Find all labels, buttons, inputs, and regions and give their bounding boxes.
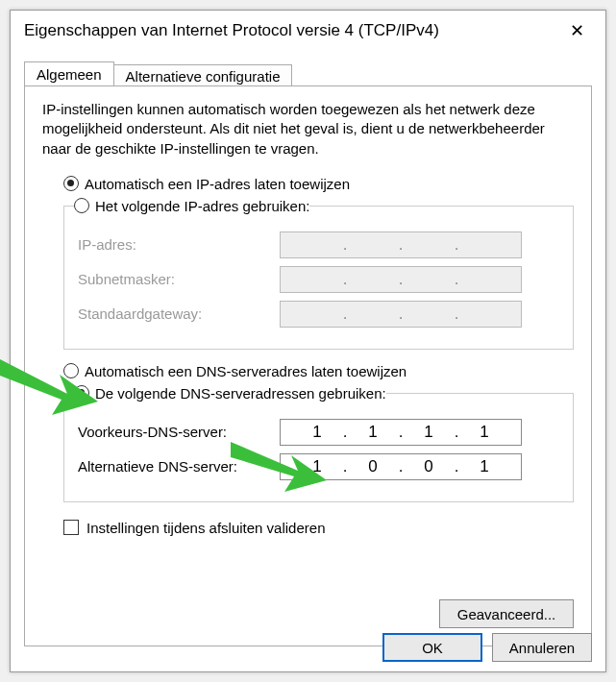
gateway-input: . . .	[280, 301, 522, 328]
field-label: Voorkeurs-DNS-server:	[78, 424, 280, 440]
radio-label: Het volgende IP-adres gebruiken:	[95, 198, 309, 214]
radio-label: De volgende DNS-serveradressen gebruiken…	[95, 385, 386, 402]
tab-panel-general: IP-instellingen kunnen automatisch worde…	[24, 85, 592, 646]
close-icon[interactable]: ✕	[561, 20, 592, 41]
dialog-footer: OK Annuleren	[382, 633, 592, 662]
window-title: Eigenschappen van Internet Protocol vers…	[24, 21, 561, 40]
subnet-input: . . .	[280, 266, 522, 293]
tab-general[interactable]: Algemeen	[24, 61, 114, 86]
cancel-button[interactable]: Annuleren	[492, 633, 592, 662]
radio-icon	[63, 363, 79, 378]
ip-address-input: . . .	[280, 231, 522, 258]
field-label: Standaardgateway:	[78, 305, 280, 322]
radio-icon	[74, 198, 89, 213]
radio-icon	[63, 176, 79, 191]
radio-dns-auto[interactable]: Automatisch een DNS-serveradres laten to…	[63, 363, 574, 379]
row-gateway: Standaardgateway: . . .	[78, 301, 559, 328]
field-label: Alternatieve DNS-server:	[78, 458, 280, 475]
row-dns-preferred: Voorkeurs-DNS-server: 1. 1. 1. 1	[78, 419, 559, 446]
checkbox-icon	[63, 520, 79, 535]
field-label: IP-adres:	[78, 236, 280, 253]
row-subnet: Subnetmasker: . . .	[78, 266, 559, 293]
row-dns-alternate: Alternatieve DNS-server: 1. 0. 0. 1	[78, 453, 559, 480]
advanced-button[interactable]: Geavanceerd...	[439, 599, 574, 628]
dns-alternate-input[interactable]: 1. 0. 0. 1	[280, 453, 522, 480]
radio-label: Automatisch een DNS-serveradres laten to…	[85, 363, 407, 379]
group-dns-manual: De volgende DNS-serveradressen gebruiken…	[63, 385, 574, 502]
checkbox-validate[interactable]: Instellingen tijdens afsluiten valideren	[63, 520, 574, 536]
radio-icon	[74, 385, 89, 401]
field-label: Subnetmasker:	[78, 271, 280, 287]
dialog-window: Eigenschappen van Internet Protocol vers…	[10, 10, 606, 672]
info-text: IP-instellingen kunnen automatisch worde…	[42, 100, 574, 158]
group-ip-manual: Het volgende IP-adres gebruiken: IP-adre…	[63, 198, 574, 350]
radio-label: Automatisch een IP-adres laten toewijzen	[85, 176, 350, 192]
tab-alternate[interactable]: Alternatieve configuratie	[113, 64, 293, 87]
dns-preferred-input[interactable]: 1. 1. 1. 1	[280, 419, 522, 446]
checkbox-label: Instellingen tijdens afsluiten valideren	[86, 520, 326, 536]
radio-dns-manual[interactable]: De volgende DNS-serveradressen gebruiken…	[74, 385, 386, 402]
titlebar: Eigenschappen van Internet Protocol vers…	[11, 11, 605, 51]
ok-button[interactable]: OK	[382, 633, 482, 662]
radio-ip-manual[interactable]: Het volgende IP-adres gebruiken:	[74, 198, 309, 214]
tabs: Algemeen Alternatieve configuratie	[24, 57, 592, 85]
radio-ip-auto[interactable]: Automatisch een IP-adres laten toewijzen	[63, 176, 574, 192]
row-ip-address: IP-adres: . . .	[78, 231, 559, 258]
